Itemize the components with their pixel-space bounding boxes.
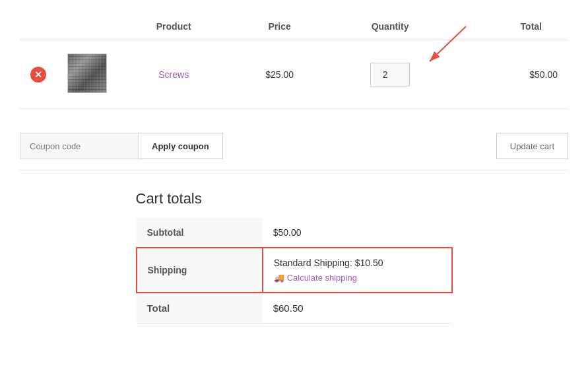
remove-button[interactable]: ✕ [30, 67, 46, 83]
col-header-image [57, 13, 117, 40]
col-header-total: Total [451, 13, 568, 40]
product-name-link[interactable]: Screws [158, 69, 189, 80]
cart-totals-section: Cart totals Subtotal $50.00 Shipping Sta… [20, 190, 568, 324]
product-name-cell: Screws [117, 40, 230, 109]
shipping-value-cell: Standard Shipping: $10.50 🚚 Calculate sh… [263, 248, 452, 293]
cart-totals-box: Cart totals Subtotal $50.00 Shipping Sta… [136, 190, 453, 324]
shipping-label: Shipping [137, 248, 263, 293]
product-price: $25.00 [265, 69, 294, 80]
col-header-price: Price [230, 13, 329, 40]
truck-icon: 🚚 [274, 273, 284, 283]
coupon-input[interactable] [20, 133, 139, 159]
total-label: Total [137, 293, 263, 324]
quantity-input[interactable] [370, 63, 410, 87]
col-header-quantity: Quantity [329, 13, 451, 40]
subtotal-label: Subtotal [137, 218, 263, 248]
totals-table: Subtotal $50.00 Shipping Standard Shippi… [136, 218, 453, 324]
col-header-product: Product [117, 13, 230, 40]
standard-shipping-text: Standard Shipping: $10.50 [274, 258, 441, 268]
cart-table: Product Price Quantity Total ✕ [20, 13, 568, 109]
coupon-row: Apply coupon Update cart [20, 122, 568, 170]
remove-cell: ✕ [20, 40, 57, 109]
shipping-row: Shipping Standard Shipping: $10.50 🚚 Cal… [137, 248, 452, 293]
coupon-left: Apply coupon [20, 133, 223, 159]
table-row: ✕ Screws $25.00 [20, 40, 568, 109]
calculate-shipping-link[interactable]: 🚚 Calculate shipping [274, 273, 357, 283]
product-price-cell: $25.00 [230, 40, 329, 109]
product-qty-cell [329, 40, 451, 109]
subtotal-row: Subtotal $50.00 [137, 218, 452, 248]
calc-shipping-label: Calculate shipping [287, 273, 357, 283]
product-total: $50.00 [529, 69, 558, 80]
total-row: Total $60.50 [137, 293, 452, 324]
update-cart-button[interactable]: Update cart [496, 133, 568, 159]
qty-container [370, 63, 410, 87]
close-icon: ✕ [34, 70, 42, 79]
apply-coupon-button[interactable]: Apply coupon [139, 133, 223, 159]
product-image-inner [68, 54, 106, 92]
product-image-cell [57, 40, 117, 109]
col-header-remove [20, 13, 57, 40]
total-value: $60.50 [263, 293, 452, 324]
subtotal-value: $50.00 [263, 218, 452, 248]
product-image [67, 53, 107, 93]
cart-totals-title: Cart totals [136, 190, 453, 207]
product-total-cell: $50.00 [451, 40, 568, 109]
